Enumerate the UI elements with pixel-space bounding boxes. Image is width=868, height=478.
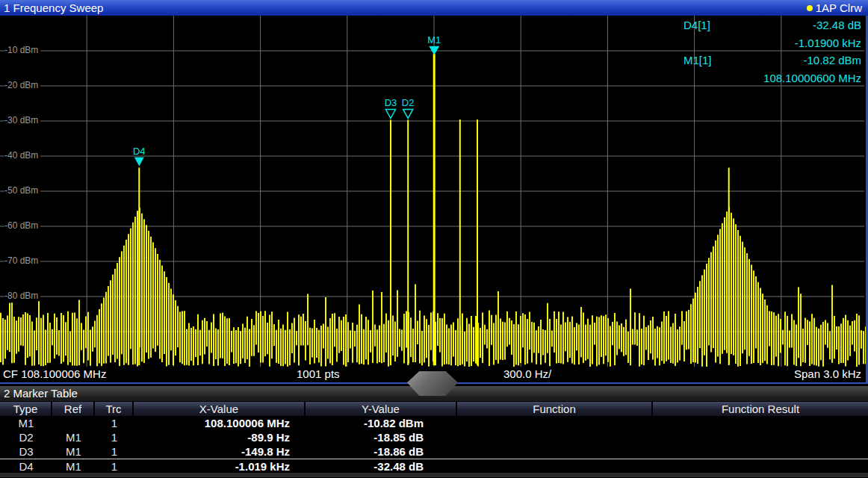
cell-ref: M1 <box>52 430 95 444</box>
cell-function <box>457 459 653 473</box>
column-header-y-value[interactable]: Y-Value <box>306 402 457 416</box>
y-axis-label: -60 dBm <box>4 221 40 231</box>
cell-ref <box>52 416 95 430</box>
marker-table-header: Type Ref Trc X-Value Y-Value Function Fu… <box>0 402 868 416</box>
spectrum-analyzer-screen: 1 Frequency Sweep 1AP Clrw M1D2D3D4 -10 … <box>0 0 868 478</box>
y-axis-label: -40 dBm <box>4 151 40 161</box>
marker-label: M1 <box>427 34 441 46</box>
cell-y-value: -18.86 dB <box>306 444 457 459</box>
table-row-d2[interactable]: D2 M1 1 -89.9 Hz -18.85 dB <box>0 430 868 444</box>
marker-D3[interactable]: D3 <box>385 97 397 118</box>
marker-triangle-icon[interactable] <box>385 109 395 118</box>
cell-ref: M1 <box>52 459 95 473</box>
marker-M1[interactable]: M1 <box>427 34 441 55</box>
cell-type: M1 <box>0 416 52 430</box>
trace1-color-dot-icon <box>807 5 813 11</box>
column-header-trc[interactable]: Trc <box>95 402 134 416</box>
marker-readout-row: 108.10000600 MHz <box>667 69 861 87</box>
cell-y-value: -18.85 dB <box>306 430 457 444</box>
span-field[interactable]: Span 3.0 kHz <box>794 367 861 382</box>
sweep-points-field[interactable]: 1001 pts <box>297 367 340 382</box>
trace-legend-label: 1AP Clrw <box>816 0 862 16</box>
table-bottom-strip <box>0 473 868 477</box>
column-header-x-value[interactable]: X-Value <box>134 402 306 416</box>
marker-readout-label[interactable]: D4[1] <box>667 16 710 34</box>
graph-window-title: 1 Frequency Sweep <box>0 0 103 16</box>
column-header-type[interactable]: Type <box>0 402 52 416</box>
marker-readout-label <box>667 69 683 87</box>
center-frequency-field[interactable]: CF 108.100006 MHz <box>3 367 106 382</box>
cell-type: D3 <box>0 444 52 459</box>
marker-readout-value: 108.10000600 MHz <box>763 69 861 87</box>
cell-function-result <box>653 430 868 444</box>
marker-readout-label <box>667 34 683 52</box>
marker-triangle-icon[interactable] <box>134 158 144 167</box>
graph-window-titlebar[interactable]: 1 Frequency Sweep 1AP Clrw <box>0 0 868 16</box>
cell-ref: M1 <box>52 444 95 459</box>
cell-function-result <box>653 459 868 473</box>
y-axis-label: -30 dBm <box>4 116 40 125</box>
marker-triangle-icon[interactable] <box>403 109 413 118</box>
y-axis-label: -50 dBm <box>4 186 40 196</box>
hz-per-div-field[interactable]: 300.0 Hz/ <box>503 367 551 382</box>
cell-function-result <box>653 444 868 459</box>
table-row-d4[interactable]: D4 M1 1 -1.019 kHz -32.48 dB <box>0 459 868 473</box>
cell-trc: 1 <box>95 444 134 459</box>
cell-trc: 1 <box>95 459 134 473</box>
trace-legend[interactable]: 1AP Clrw <box>807 0 868 16</box>
marker-readout-row: M1[1] -10.82 dBm <box>667 52 861 69</box>
cell-function <box>457 430 653 444</box>
marker-table-window: 2 Marker Table Type Ref Trc X-Value Y-Va… <box>0 386 868 478</box>
cell-function <box>457 416 653 430</box>
marker-D2[interactable]: D2 <box>402 97 415 118</box>
marker-readout-value: -10.82 dBm <box>803 52 861 69</box>
y-axis-label: -80 dBm <box>4 291 40 301</box>
y-axis-label: -20 dBm <box>4 81 40 90</box>
marker-label: D3 <box>385 97 397 108</box>
marker-label: D4 <box>133 146 146 157</box>
cell-type: D2 <box>0 430 52 444</box>
cell-type: D4 <box>0 459 52 473</box>
cell-y-value: -10.82 dBm <box>306 416 457 430</box>
cell-function <box>457 444 653 459</box>
marker-label: D2 <box>402 97 415 108</box>
cell-trc: 1 <box>95 416 134 430</box>
marker-table-title: 2 Marker Table <box>4 387 78 400</box>
marker-readout-label[interactable]: M1[1] <box>667 52 712 69</box>
cell-x-value: 108.100006 MHz <box>134 416 306 430</box>
marker-D4[interactable]: D4 <box>133 146 146 167</box>
cell-function-result <box>653 416 868 430</box>
column-header-function-result[interactable]: Function Result <box>653 402 868 416</box>
spectrum-plot-area[interactable]: M1D2D3D4 -10 dBm -20 dBm -30 dBm -40 dBm… <box>0 16 868 367</box>
marker-readout-value: -32.48 dB <box>813 16 861 34</box>
cell-x-value: -149.8 Hz <box>134 444 306 459</box>
marker-readout-row: -1.01900 kHz <box>667 34 861 52</box>
marker-readout-value: -1.01900 kHz <box>795 34 861 52</box>
column-header-function[interactable]: Function <box>457 402 653 416</box>
y-axis-label: -70 dBm <box>4 256 40 266</box>
cell-x-value: -89.9 Hz <box>134 430 306 444</box>
column-header-ref[interactable]: Ref <box>52 402 95 416</box>
cell-x-value: -1.019 kHz <box>134 459 306 473</box>
cell-trc: 1 <box>95 430 134 444</box>
marker-readout-row: D4[1] -32.48 dB <box>667 16 861 34</box>
y-axis-label: -10 dBm <box>4 46 40 55</box>
cell-y-value: -32.48 dB <box>306 459 457 473</box>
marker-readout-box: D4[1] -32.48 dB -1.01900 kHz M1[1] -10.8… <box>667 16 861 87</box>
frequency-sweep-window: 1 Frequency Sweep 1AP Clrw M1D2D3D4 -10 … <box>0 0 868 384</box>
table-row-d3[interactable]: D3 M1 1 -149.8 Hz -18.86 dB <box>0 444 868 459</box>
table-row-m1[interactable]: M1 1 108.100006 MHz -10.82 dBm <box>0 416 868 430</box>
